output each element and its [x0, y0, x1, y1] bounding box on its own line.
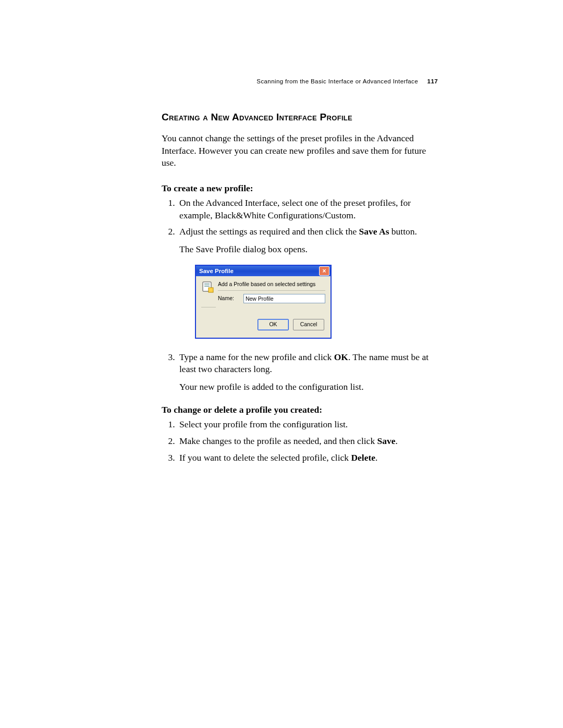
svg-rect-1 [204, 283, 210, 285]
list-item: Type a name for the new profile and clic… [177, 351, 438, 393]
cancel-button[interactable]: Cancel [293, 319, 324, 330]
list-item: Select your profile from the configurati… [177, 418, 438, 431]
step-text-after: . [396, 436, 398, 446]
running-header-text: Scanning from the Basic Interface or Adv… [256, 78, 418, 84]
profile-icon [201, 280, 214, 293]
step-extra: Your new profile is added to the configu… [179, 381, 438, 393]
create-profile-heading: To create a new profile: [162, 183, 438, 194]
step-text: Adjust the settings as required and then… [179, 226, 359, 237]
svg-rect-2 [204, 286, 210, 287]
bold-term: Save [377, 436, 396, 446]
running-header: Scanning from the Basic Interface or Adv… [162, 78, 438, 84]
save-profile-dialog: Save Profile × [195, 265, 332, 338]
bold-term: OK [334, 352, 348, 362]
bold-term: Delete [351, 452, 375, 463]
close-icon[interactable]: × [319, 266, 329, 276]
section-intro: You cannot change the settings of the pr… [162, 132, 438, 169]
svg-rect-3 [209, 288, 213, 292]
change-delete-heading: To change or delete a profile you create… [162, 404, 438, 415]
list-item: Make changes to the profile as needed, a… [177, 435, 438, 448]
save-profile-dialog-figure: Save Profile × [195, 265, 438, 338]
step-text: If you want to delete the selected profi… [179, 452, 351, 463]
step-text-after: button. [389, 226, 417, 237]
dialog-titlebar: Save Profile × [196, 266, 331, 276]
list-item: Adjust the settings as required and then… [177, 226, 438, 338]
section-title: Creating a New Advanced Interface Profil… [162, 112, 438, 123]
page-number: 117 [427, 78, 438, 84]
step-text: Make changes to the profile as needed, a… [179, 436, 377, 446]
create-profile-steps: On the Advanced Interface, select one of… [162, 197, 438, 393]
name-input[interactable]: New Profile [243, 294, 325, 303]
dialog-title: Save Profile [199, 267, 234, 276]
name-label: Name: [218, 294, 234, 302]
step-text: Select your profile from the configurati… [179, 419, 348, 429]
bold-term: Save As [359, 226, 389, 237]
ok-button[interactable]: OK [258, 319, 289, 330]
step-text: On the Advanced Interface, select one of… [179, 198, 411, 220]
list-item: If you want to delete the selected profi… [177, 452, 438, 464]
list-item: On the Advanced Interface, select one of… [177, 197, 438, 221]
step-extra: The Save Profile dialog box opens. [179, 243, 438, 256]
dialog-description: Add a Profile based on selected settings [218, 280, 325, 290]
step-text: Type a name for the new profile and clic… [179, 352, 334, 362]
step-text-after: . [375, 452, 377, 463]
change-delete-steps: Select your profile from the configurati… [162, 418, 438, 464]
divider [201, 306, 216, 307]
